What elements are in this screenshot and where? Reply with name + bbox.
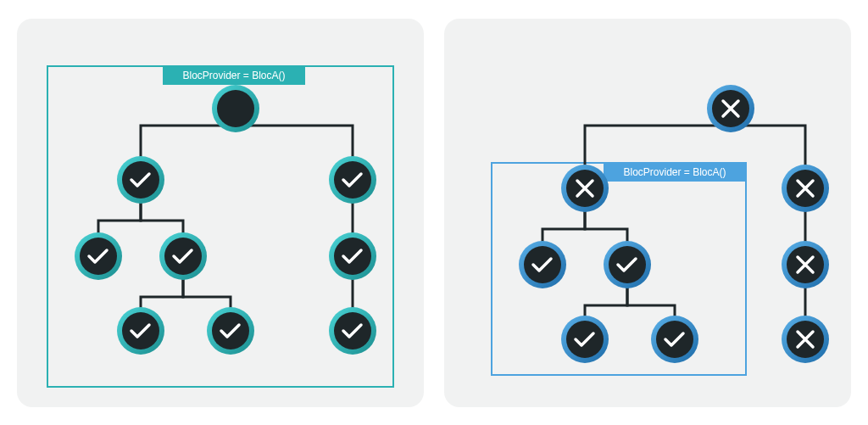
- right-panel: BlocProvider = BlocA(): [444, 19, 851, 407]
- svg-point-7: [80, 238, 117, 275]
- node-root: [707, 85, 754, 132]
- node-l3b: [651, 316, 698, 363]
- node-r2: [329, 232, 376, 280]
- node-l3a: [561, 316, 609, 363]
- node-r3: [782, 316, 829, 363]
- provider-label-text: BlocProvider = BlocA(): [623, 166, 726, 178]
- svg-point-33: [656, 321, 693, 358]
- node-l3a: [117, 307, 164, 355]
- svg-point-17: [334, 312, 371, 350]
- svg-point-31: [566, 321, 604, 358]
- node-r1: [329, 156, 376, 204]
- node-l1: [117, 156, 164, 204]
- svg-point-11: [334, 238, 371, 275]
- svg-point-5: [334, 161, 371, 199]
- node-l2b: [604, 241, 651, 288]
- svg-point-15: [212, 312, 249, 350]
- svg-point-9: [164, 238, 202, 275]
- svg-point-25: [524, 246, 561, 283]
- node-l2a: [519, 241, 566, 288]
- svg-point-3: [122, 161, 159, 199]
- node-l2b: [159, 232, 207, 280]
- node-r2: [782, 241, 829, 288]
- node-l2a: [75, 232, 122, 280]
- node-r1: [782, 165, 829, 212]
- node-l3b: [207, 307, 254, 355]
- diagram-stage: BlocProvider = BlocA(): [0, 2, 868, 424]
- node-l1: [561, 165, 609, 212]
- right-tree-svg: BlocProvider = BlocA(): [444, 19, 851, 407]
- svg-point-27: [609, 246, 646, 283]
- edges: [98, 109, 353, 331]
- left-panel: BlocProvider = BlocA(): [17, 19, 424, 407]
- edges: [542, 109, 805, 339]
- left-tree-svg: BlocProvider = BlocA(): [17, 19, 424, 407]
- node-root: [212, 85, 259, 132]
- provider-label-text: BlocProvider = BlocA(): [182, 70, 285, 81]
- svg-point-13: [122, 312, 159, 350]
- node-r3: [329, 307, 376, 355]
- svg-point-1: [217, 90, 254, 127]
